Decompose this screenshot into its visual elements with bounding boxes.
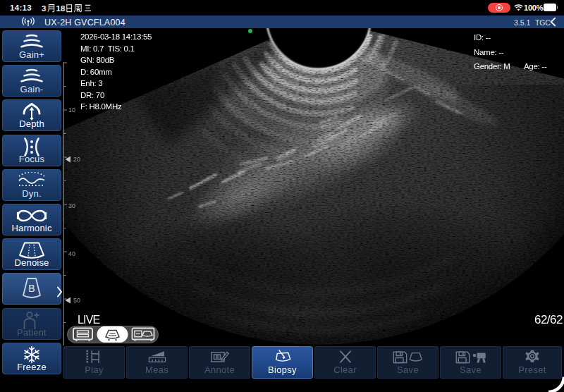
svg-text:30: 30 bbox=[68, 202, 75, 209]
svg-text:50: 50 bbox=[73, 297, 80, 304]
svg-text:3: 3 bbox=[42, 4, 46, 13]
svg-text:20: 20 bbox=[73, 156, 80, 163]
svg-text:18: 18 bbox=[56, 4, 66, 13]
svg-text:40: 40 bbox=[68, 250, 75, 257]
svg-text:B: B bbox=[28, 283, 35, 294]
svg-text:10: 10 bbox=[68, 106, 75, 114]
